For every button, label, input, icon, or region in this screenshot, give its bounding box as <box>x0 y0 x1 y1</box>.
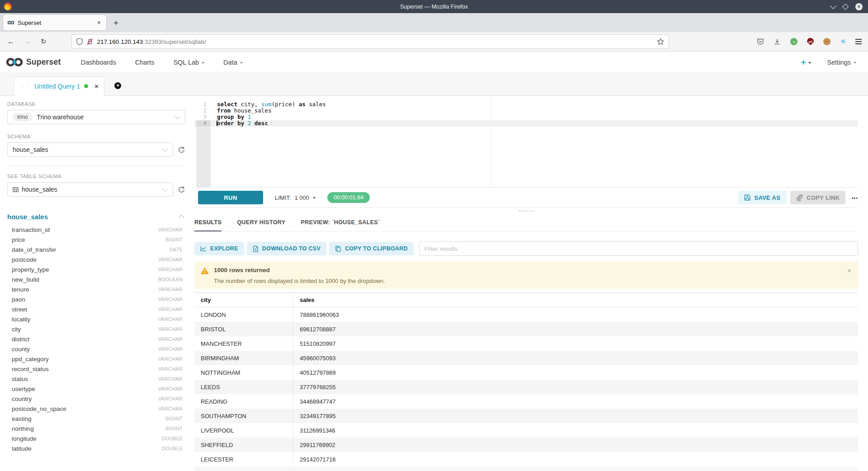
column-row[interactable]: district VARCHAR <box>7 334 185 344</box>
column-row[interactable]: tenure VARCHAR <box>7 284 185 294</box>
run-button[interactable]: RUN <box>198 191 263 204</box>
table-row[interactable]: SHEFFIELD 29911769902 <box>194 438 858 452</box>
sql-code[interactable]: 1select city, sum(price) as sales2from h… <box>194 96 858 127</box>
cookie-extension-icon[interactable] <box>823 38 830 45</box>
back-button[interactable] <box>7 38 14 46</box>
query-tab-close-icon[interactable] <box>94 83 98 90</box>
column-row[interactable]: postcode_no_space VARCHAR <box>7 404 185 414</box>
url-bar[interactable]: 217.160.120.143:32393/superset/sqllab/ <box>71 34 669 49</box>
table-select[interactable]: house_sales <box>7 182 173 197</box>
nav-charts[interactable]: Charts <box>135 59 155 66</box>
column-row[interactable]: latitude DOUBLE <box>7 443 185 453</box>
forward-button[interactable] <box>24 38 31 46</box>
table-row[interactable]: LEICESTER 29142071716 <box>194 452 858 466</box>
ghostery-extension-icon[interactable] <box>790 38 797 45</box>
bookmark-star-icon[interactable] <box>657 38 664 45</box>
column-row[interactable]: price BIGINT <box>7 235 185 245</box>
sql-line[interactable]: 2from house_sales <box>194 108 858 114</box>
database-select[interactable]: trino Trino warehouse <box>7 110 185 124</box>
limit-dropdown[interactable]: LIMIT: 1 000 <box>275 194 316 201</box>
query-tab[interactable]: Untitled Query 1 <box>14 76 104 96</box>
multi-account-extension-icon[interactable] <box>840 38 846 46</box>
sql-line[interactable]: 3group by 1 <box>194 114 858 120</box>
column-row[interactable]: city VARCHAR <box>7 324 185 334</box>
column-type: VARCHAR <box>158 227 185 232</box>
window-close-icon[interactable] <box>855 3 863 10</box>
ublock-extension-icon[interactable] <box>807 38 814 45</box>
table-row[interactable]: BIRMINGHAM 45960075093 <box>194 351 858 365</box>
copy-clipboard-button[interactable]: COPY TO CLIPBOARD <box>329 242 414 255</box>
column-row[interactable]: country VARCHAR <box>7 394 185 404</box>
table-row[interactable]: NOTTINGHAM 40512797869 <box>194 365 858 380</box>
table-row[interactable]: LEEDS 37779768255 <box>194 380 858 394</box>
column-row[interactable]: status VARCHAR <box>7 374 185 384</box>
drag-handle-icon[interactable] <box>20 83 30 89</box>
column-row[interactable]: easting BIGINT <box>7 414 185 424</box>
settings-menu[interactable]: Settings <box>827 59 856 66</box>
column-row[interactable]: northing BIGINT <box>7 424 185 433</box>
pane-resize-handle[interactable] <box>194 208 858 213</box>
column-row[interactable]: paon VARCHAR <box>7 294 185 304</box>
header-sales[interactable]: sales <box>293 293 858 307</box>
table-row[interactable]: LIVERPOOL 31126991346 <box>194 423 858 438</box>
table-row[interactable]: SOUTHAMPTON 32349177895 <box>194 409 858 423</box>
table-row[interactable]: MANCHESTER 51510820997 <box>194 336 858 351</box>
column-row[interactable]: new_build BOOLEAN <box>7 274 185 284</box>
tab-preview-table[interactable]: PREVIEW: `HOUSE_SALES` <box>301 219 380 231</box>
table-section-header[interactable]: house_sales <box>7 213 185 221</box>
tab-close-icon[interactable] <box>96 19 102 26</box>
menu-icon[interactable] <box>855 39 862 44</box>
nav-dashboards[interactable]: Dashboards <box>81 59 116 66</box>
save-as-button[interactable]: SAVE AS <box>738 191 786 204</box>
nav-sql-lab[interactable]: SQL Lab <box>173 59 204 66</box>
browser-tab[interactable]: Superset <box>3 15 106 30</box>
column-row[interactable]: county VARCHAR <box>7 344 185 354</box>
column-type: VARCHAR <box>158 346 185 352</box>
chevron-up-icon[interactable] <box>179 215 184 221</box>
column-row[interactable]: date_of_transfer DATE <box>7 245 185 254</box>
sql-editor[interactable]: 1select city, sum(price) as sales2from h… <box>194 96 858 187</box>
column-row[interactable]: record_status VARCHAR <box>7 364 185 374</box>
alert-close-icon[interactable] <box>847 267 851 274</box>
table-value: house_sales <box>22 186 57 193</box>
explore-button[interactable]: EXPLORE <box>194 242 244 255</box>
filter-results-input[interactable] <box>419 241 858 256</box>
download-csv-button[interactable]: DOWNLOAD TO CSV <box>247 242 326 255</box>
window-minimize-icon[interactable] <box>830 2 836 9</box>
new-query-tab-button[interactable] <box>114 82 121 89</box>
insecure-lock-icon[interactable] <box>87 38 93 45</box>
refresh-table-icon[interactable] <box>178 186 185 193</box>
nav-data[interactable]: Data <box>223 59 243 66</box>
pocket-icon[interactable] <box>757 38 764 45</box>
table-row[interactable]: READING 34468947747 <box>194 394 858 409</box>
results-table-header[interactable]: city sales <box>194 293 858 307</box>
download-icon[interactable] <box>774 38 781 45</box>
shield-icon[interactable] <box>76 38 83 45</box>
superset-brand[interactable]: Superset <box>5 57 61 67</box>
more-actions-icon[interactable] <box>851 193 858 202</box>
column-row[interactable]: longitude DOUBLE <box>7 433 185 443</box>
reload-button[interactable] <box>41 38 47 46</box>
new-tab-button[interactable] <box>113 19 118 27</box>
column-row[interactable]: postcode VARCHAR <box>7 254 185 264</box>
table-schema-label: SEE TABLE SCHEMA <box>7 174 185 179</box>
tab-results[interactable]: RESULTS <box>194 219 222 231</box>
superset-logo-icon <box>5 57 24 67</box>
column-row[interactable]: transaction_id VARCHAR <box>7 225 185 235</box>
column-row[interactable]: property_type VARCHAR <box>7 264 185 274</box>
window-maximize-icon[interactable] <box>842 3 849 9</box>
table-row[interactable]: BRISTOL 69612708887 <box>194 322 858 336</box>
copy-link-button[interactable]: COPY LINK <box>790 191 845 204</box>
add-new-button[interactable] <box>801 58 811 66</box>
header-city[interactable]: city <box>194 297 293 303</box>
column-row[interactable]: ppd_category VARCHAR <box>7 354 185 364</box>
tab-query-history[interactable]: QUERY HISTORY <box>237 219 285 231</box>
column-row[interactable]: usertype VARCHAR <box>7 384 185 394</box>
column-row[interactable]: locality VARCHAR <box>7 314 185 324</box>
refresh-schema-icon[interactable] <box>178 146 185 154</box>
sql-line[interactable]: 4order by 2 desc <box>194 120 858 127</box>
table-row[interactable]: LONDON 788861960063 <box>194 307 858 322</box>
schema-select[interactable]: house_sales <box>7 142 173 157</box>
sql-line[interactable]: 1select city, sum(price) as sales <box>194 101 858 108</box>
column-row[interactable]: street VARCHAR <box>7 304 185 314</box>
